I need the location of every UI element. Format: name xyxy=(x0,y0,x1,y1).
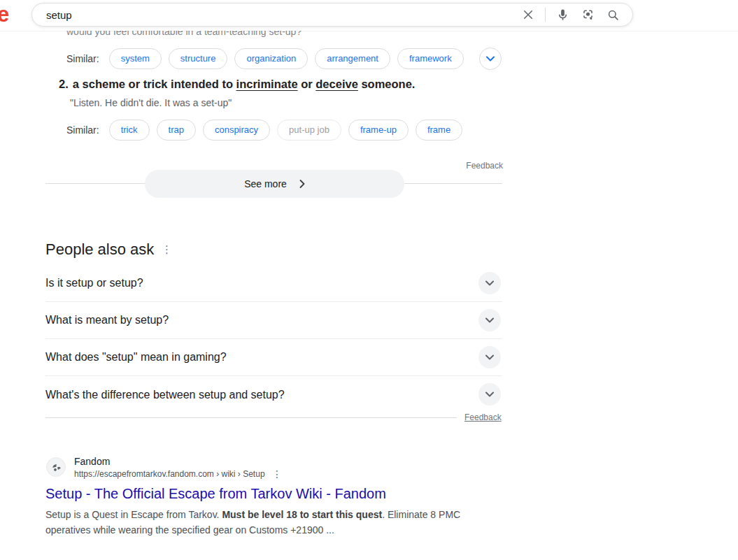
search-bar-divider xyxy=(545,8,546,22)
result-snippet: Setup is a Quest in Escape from Tarkov. … xyxy=(45,507,474,538)
see-more-label: See more xyxy=(244,178,287,189)
similar-row-2: Similar: trick trap conspiracy put-up jo… xyxy=(66,120,462,141)
chip-arrangement[interactable]: arrangement xyxy=(315,48,390,69)
result-site-name[interactable]: Fandom xyxy=(74,456,110,467)
clear-icon[interactable] xyxy=(520,6,537,23)
snippet-bold: Must be level 18 to start this quest xyxy=(222,509,382,520)
paa-question-row-1[interactable]: Is it setup or setup? xyxy=(45,265,502,302)
chip-conspiracy[interactable]: conspiracy xyxy=(203,120,270,141)
chevron-down-icon[interactable] xyxy=(478,309,501,331)
chip-structure[interactable]: structure xyxy=(169,48,228,69)
search-results-page: would you feel comfortable in a team-tea… xyxy=(0,0,738,560)
chip-trap[interactable]: trap xyxy=(157,120,196,141)
paa-question-text: What is meant by setup? xyxy=(45,314,169,326)
similar-label-2: Similar: xyxy=(66,124,99,136)
similar-row-1: Similar: system structure organization a… xyxy=(66,48,464,69)
chip-framework[interactable]: framework xyxy=(397,48,464,69)
definition-2: 2. a scheme or trick intended to incrimi… xyxy=(59,78,415,91)
paa-question-row-2[interactable]: What is meant by setup? xyxy=(45,302,502,339)
definition-link-incriminate[interactable]: incriminate xyxy=(236,78,298,90)
people-also-ask-menu-icon[interactable]: ⋮ xyxy=(162,243,172,256)
chip-system[interactable]: system xyxy=(109,48,162,69)
google-logo-partial: e xyxy=(0,2,8,27)
chip-frame[interactable]: frame xyxy=(416,120,462,141)
paa-question-row-4[interactable]: What's the difference between setup and … xyxy=(45,376,502,413)
people-also-ask-heading: People also ask xyxy=(45,240,154,259)
fandom-favicon-icon xyxy=(51,462,62,473)
definition-number: 2. xyxy=(59,78,69,91)
paa-question-row-3[interactable]: What does "setup" mean in gaming? xyxy=(45,339,502,376)
snippet-pre: Setup is a Quest in Escape from Tarkov. xyxy=(45,509,222,520)
result-breadcrumb-url[interactable]: https://escapefromtarkov.fandom.com › wi… xyxy=(74,469,265,479)
search-input[interactable] xyxy=(32,9,520,21)
search-header: e xyxy=(0,0,738,31)
chip-frame-up[interactable]: frame-up xyxy=(348,120,409,141)
paa-divider xyxy=(45,417,457,418)
definition-pre: a scheme or trick intended to xyxy=(73,78,236,90)
chevron-down-icon[interactable] xyxy=(478,346,501,368)
chip-organization[interactable]: organization xyxy=(234,48,308,69)
definition-link-deceive[interactable]: deceive xyxy=(315,78,358,90)
chevron-down-icon[interactable] xyxy=(478,272,501,294)
paa-question-text: What does "setup" mean in gaming? xyxy=(45,351,227,364)
people-also-ask-list: Is it setup or setup? What is meant by s… xyxy=(45,265,502,413)
chevron-down-icon[interactable] xyxy=(478,383,501,405)
paa-feedback-link[interactable]: Feedback xyxy=(464,412,502,422)
expand-similar-icon[interactable] xyxy=(479,48,502,70)
definition-text: a scheme or trick intended to incriminat… xyxy=(73,78,416,91)
definition-mid: or xyxy=(298,78,316,90)
search-bar[interactable] xyxy=(31,3,633,27)
chip-put-up-job[interactable]: put-up job xyxy=(277,120,341,141)
lens-icon[interactable] xyxy=(579,6,596,23)
chevron-right-icon xyxy=(299,180,305,188)
result-favicon xyxy=(46,457,66,477)
result-title-link[interactable]: Setup - The Official Escape from Tarkov … xyxy=(45,486,386,502)
result-menu-icon[interactable]: ⋮ xyxy=(272,468,282,480)
definition-post: someone. xyxy=(358,78,416,90)
similar-label: Similar: xyxy=(66,53,99,64)
see-more-button[interactable]: See more xyxy=(145,170,404,198)
microphone-icon[interactable] xyxy=(554,6,571,23)
dictionary-feedback-link[interactable]: Feedback xyxy=(466,161,503,171)
search-bar-icons xyxy=(520,6,632,23)
search-icon[interactable] xyxy=(604,6,621,23)
paa-question-text: What's the difference between setup and … xyxy=(45,389,285,401)
chip-trick[interactable]: trick xyxy=(109,120,150,141)
paa-question-text: Is it setup or setup? xyxy=(45,277,143,289)
definition-example-quote: "Listen. He didn't die. It was a set-up" xyxy=(70,97,232,108)
